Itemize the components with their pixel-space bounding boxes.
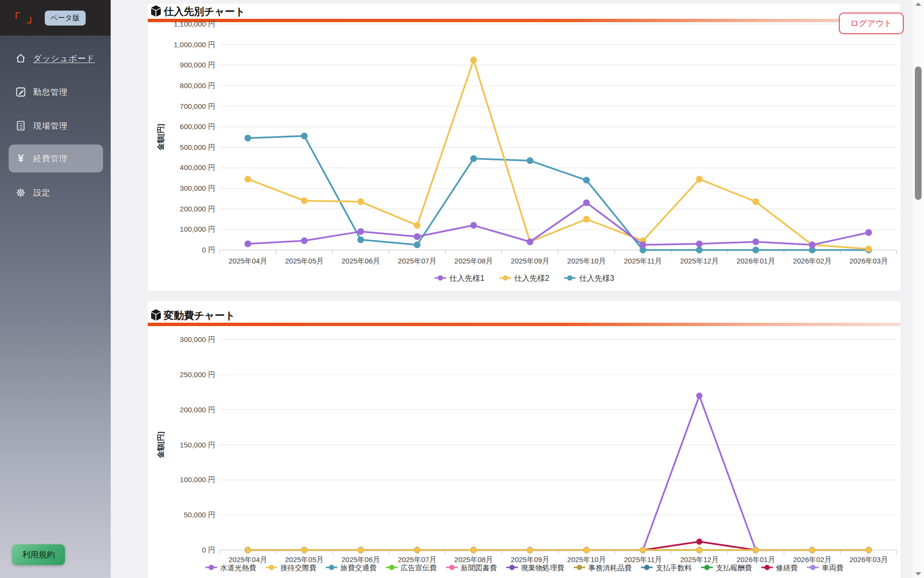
data-point	[414, 547, 420, 553]
legend-marker	[265, 564, 278, 573]
y-tick-label: 200,000 円	[180, 205, 215, 213]
sidebar-item-dashboard[interactable]: ダッシュボード	[9, 44, 103, 72]
series-line	[248, 542, 869, 550]
sidebar-item-label: 経費管理	[33, 153, 68, 164]
legend-item-水道光熱費[interactable]: 水道光熱費	[205, 564, 257, 573]
sidebar: 「 」 ベータ版 ダッシュボード勤怠管理現場管理¥経費管理設定 利用規約	[0, 0, 111, 578]
legend-label: 支払報酬費	[716, 564, 752, 573]
legend-label: 仕入先様3	[579, 274, 614, 284]
y-axis-title: 金額[円]	[156, 124, 165, 151]
legend-item-車両費[interactable]: 車両費	[807, 564, 844, 573]
data-point	[640, 547, 646, 553]
x-tick-label: 2025年07月	[398, 555, 436, 564]
data-point	[865, 547, 872, 553]
legend-item-仕入先様3[interactable]: 仕入先様3	[564, 274, 614, 284]
data-point	[358, 236, 364, 243]
scroll-up-arrow[interactable]	[915, 2, 921, 6]
y-tick-label: 1,100,000 円	[174, 20, 215, 28]
scrollbar[interactable]	[912, 0, 924, 578]
legend-item-廃棄物処理費[interactable]: 廃棄物処理費	[506, 564, 565, 573]
x-tick-label: 2026年03月	[849, 257, 888, 265]
legend-item-仕入先様1[interactable]: 仕入先様1	[434, 274, 485, 284]
legend-item-接待交際費[interactable]: 接待交際費	[265, 564, 317, 573]
logout-button[interactable]: ログアウト	[839, 13, 904, 34]
legend-item-事務消耗品費[interactable]: 事務消耗品費	[573, 564, 632, 573]
y-tick-label: 900,000 円	[180, 61, 215, 69]
data-point	[470, 57, 477, 64]
y-tick-label: 150,000 円	[180, 441, 215, 449]
legend-item-支払報酬費[interactable]: 支払報酬費	[701, 564, 752, 573]
x-tick-label: 2025年04月	[229, 555, 267, 564]
sidebar-item-attendance[interactable]: 勤怠管理	[9, 78, 103, 106]
legend-label: 修繕費	[776, 564, 798, 573]
beta-badge: ベータ版	[45, 11, 86, 26]
data-point	[526, 238, 533, 245]
data-point	[358, 228, 364, 235]
data-point	[865, 246, 872, 252]
y-tick-label: 50,000 円	[184, 511, 215, 519]
sidebar-item-settings[interactable]: 設定	[9, 179, 103, 207]
legend-label: 車両費	[822, 564, 844, 573]
series-水道光熱費	[245, 393, 872, 553]
edit-icon	[14, 86, 27, 98]
x-tick-label: 2026年02月	[793, 257, 832, 265]
data-point	[527, 547, 533, 553]
legend-label: 水道光熱費	[220, 564, 257, 573]
terms-of-use-button[interactable]: 利用規約	[12, 544, 65, 565]
chart-title: 仕入先別チャート	[164, 6, 245, 16]
x-tick-label: 2026年01月	[736, 257, 775, 265]
data-point	[752, 247, 759, 253]
scrollbar-thumb[interactable]	[915, 66, 922, 200]
x-tick-label: 2025年10月	[567, 257, 606, 265]
series-line	[248, 396, 869, 550]
supplier-chart-card: 仕入先別チャート 0 円100,000 円200,000 円300,000 円4…	[148, 4, 900, 291]
y-tick-label: 0 円	[202, 246, 215, 254]
clipboard-list-icon	[14, 119, 27, 132]
scroll-down-arrow[interactable]	[915, 572, 921, 576]
legend-label: 旅費交通費	[341, 564, 377, 573]
y-tick-label: 500,000 円	[180, 143, 215, 151]
legend-item-広告宣伝費[interactable]: 広告宣伝費	[385, 564, 437, 573]
logo-bar: 「 」 ベータ版	[0, 0, 111, 36]
x-tick-label: 2026年02月	[793, 555, 832, 564]
y-grid: 0 円50,000 円100,000 円150,000 円200,000 円25…	[180, 335, 897, 554]
sidebar-item-site-management[interactable]: 現場管理	[9, 112, 103, 140]
legend-marker	[506, 564, 518, 573]
y-tick-label: 0 円	[202, 546, 215, 554]
sidebar-item-label: ダッシュボード	[33, 53, 95, 64]
yen-icon: ¥	[14, 152, 27, 165]
x-tick-label: 2025年12月	[680, 555, 719, 564]
chart-legend: 仕入先様1仕入先様2仕入先様3	[148, 274, 900, 284]
data-point	[470, 222, 477, 229]
legend-item-新聞図書費[interactable]: 新聞図書費	[446, 564, 497, 573]
legend-item-旅費交通費[interactable]: 旅費交通費	[325, 564, 377, 573]
y-axis-title: 金額[円]	[156, 432, 165, 459]
legend-marker	[499, 275, 512, 283]
legend-item-支払手数料[interactable]: 支払手数料	[641, 564, 692, 573]
legend-item-仕入先様2[interactable]: 仕入先様2	[499, 274, 550, 284]
x-tick-label: 2025年08月	[454, 257, 493, 265]
cube-icon	[150, 309, 162, 321]
x-tick-label: 2025年09月	[511, 555, 549, 564]
data-point	[583, 199, 590, 206]
data-point	[245, 547, 251, 553]
data-point	[471, 547, 477, 553]
x-tick-label: 2025年12月	[680, 257, 719, 265]
data-point	[865, 229, 872, 236]
data-point	[301, 132, 308, 139]
series-line	[248, 60, 869, 249]
series-line	[248, 136, 869, 250]
y-tick-label: 700,000 円	[180, 102, 215, 110]
variable-cost-chart-card: 変動費チャート 0 円50,000 円100,000 円150,000 円200…	[148, 301, 900, 578]
variable-cost-line-chart: 0 円50,000 円100,000 円150,000 円200,000 円25…	[148, 335, 900, 565]
app-logo[interactable]: 「 」	[9, 10, 39, 26]
data-point	[583, 177, 590, 184]
legend-marker	[205, 564, 218, 573]
data-point	[696, 247, 703, 253]
x-tick-label: 2026年03月	[849, 555, 888, 564]
app-screen: 「 」 ベータ版 ダッシュボード勤怠管理現場管理¥経費管理設定 利用規約 ログア…	[0, 0, 924, 578]
data-point	[244, 135, 251, 142]
supplier-line-chart: 0 円100,000 円200,000 円300,000 円400,000 円5…	[148, 20, 900, 273]
legend-item-修繕費[interactable]: 修繕費	[761, 564, 798, 573]
sidebar-item-expense-management[interactable]: ¥経費管理	[9, 144, 103, 172]
